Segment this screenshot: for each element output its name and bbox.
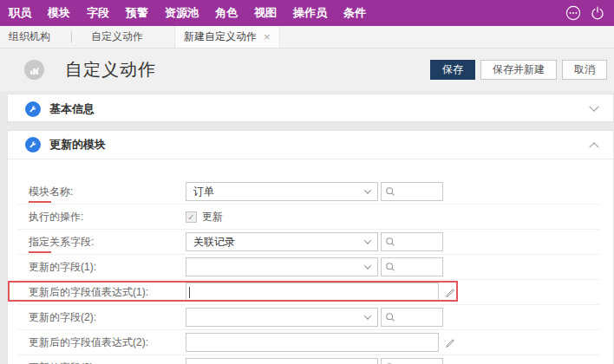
power-icon[interactable] <box>590 5 605 21</box>
lookup-select[interactable]: 关联记录 <box>186 232 378 251</box>
checkbox-label: 更新 <box>202 210 223 224</box>
field-label: 更新的字段(3): <box>29 361 186 364</box>
lookup-search-box[interactable] <box>381 308 443 327</box>
edit-pencil-icon[interactable] <box>443 336 455 348</box>
lookup-value: 关联记录 <box>193 235 235 250</box>
header-button-0[interactable]: 保存 <box>430 60 475 80</box>
lookup-select[interactable] <box>186 358 378 364</box>
top-menu-item-3[interactable]: 预警 <box>126 5 148 21</box>
chevron-down-icon <box>364 237 371 244</box>
edit-pencil-icon[interactable] <box>443 286 455 298</box>
top-menu-item-2[interactable]: 字段 <box>87 5 109 21</box>
form-row-5: 更新的字段(2): <box>18 305 599 330</box>
top-menu-item-8[interactable]: 条件 <box>343 5 366 21</box>
section-basic-info: 基本信息 <box>7 94 614 122</box>
search-icon <box>385 186 395 197</box>
tab-label: 新建自定义动作 <box>184 29 257 44</box>
app-root: 职员模块字段预警资源池角色视图操作员条件 组织机构自定义动作新建自定义动作× 自… <box>0 0 614 364</box>
header-button-1[interactable]: 保存并新建 <box>480 60 557 80</box>
top-menu-item-7[interactable]: 操作员 <box>293 5 327 21</box>
search-icon <box>385 312 395 322</box>
required-underline <box>29 201 51 203</box>
chevron-down-icon <box>589 101 598 111</box>
record-avatar-icon <box>24 60 44 80</box>
page-title: 自定义动作 <box>65 58 156 81</box>
form-row-7: 更新的字段(3): <box>18 355 599 364</box>
page-header: 自定义动作 保存保存并新建取消 <box>0 49 614 91</box>
form-row-3: 更新的字段(1): <box>18 255 599 280</box>
field-label: 指定关系字段: <box>29 235 186 250</box>
lookup-search-input[interactable] <box>398 261 438 273</box>
section-updated-module-header[interactable]: 更新的模块 <box>8 131 613 159</box>
chevron-down-icon <box>364 262 371 269</box>
lookup-select[interactable]: 订单 <box>186 182 378 201</box>
lookup-search-input[interactable] <box>398 236 438 248</box>
top-menu-item-4[interactable]: 资源池 <box>165 5 199 21</box>
lookup-value: 订单 <box>193 185 214 199</box>
field-label: 更新的字段(1): <box>29 260 186 275</box>
required-underline <box>29 251 51 253</box>
search-icon <box>385 237 395 247</box>
tab-close-icon[interactable]: × <box>264 31 271 42</box>
wrench-icon <box>25 101 41 117</box>
lookup-select[interactable] <box>186 308 378 327</box>
wrench-icon <box>25 137 41 153</box>
lookup-search-box[interactable] <box>381 358 443 364</box>
topbar-right <box>565 5 605 21</box>
expression-input[interactable] <box>186 333 439 352</box>
lookup-search-input[interactable] <box>398 311 438 323</box>
tab-label: 组织机构 <box>9 29 50 44</box>
checkbox-update[interactable]: ✓ <box>186 211 197 223</box>
section-title: 基本信息 <box>49 101 95 117</box>
lookup-select[interactable] <box>186 257 378 276</box>
tab-1[interactable]: 自定义动作 <box>82 26 164 48</box>
form-row-1: 执行的操作:✓更新 <box>18 205 599 230</box>
field-label: 模块名称: <box>29 185 186 199</box>
lookup-search-input[interactable] <box>398 185 438 198</box>
form-row-2: 指定关系字段:关联记录 <box>18 230 599 255</box>
header-buttons: 保存保存并新建取消 <box>430 60 607 80</box>
tab-bar: 组织机构自定义动作新建自定义动作× <box>0 26 614 49</box>
chevron-down-icon <box>364 312 371 319</box>
top-menu-item-0[interactable]: 职员 <box>9 5 31 21</box>
tab-0[interactable]: 组织机构 <box>0 26 71 48</box>
field-label: 更新后的字段值表达式(1): <box>29 285 186 300</box>
more-options-icon[interactable] <box>565 5 581 21</box>
lookup-search-box[interactable] <box>381 257 443 276</box>
lookup-search-box[interactable] <box>381 232 443 251</box>
tab-divider <box>71 31 72 42</box>
top-menu-item-1[interactable]: 模块 <box>48 5 70 21</box>
section-title: 更新的模块 <box>49 137 106 153</box>
text-caret <box>189 287 190 298</box>
lookup-search-box[interactable] <box>381 182 443 201</box>
top-menu-item-5[interactable]: 角色 <box>215 5 238 21</box>
form-rows: 模块名称:订单执行的操作:✓更新指定关系字段:关联记录更新的字段(1):更新后的… <box>8 159 613 364</box>
field-label: 更新后的字段值表达式(2): <box>29 335 186 350</box>
field-label: 执行的操作: <box>29 210 186 224</box>
top-navbar: 职员模块字段预警资源池角色视图操作员条件 <box>0 0 614 26</box>
search-icon <box>385 262 395 272</box>
top-menu: 职员模块字段预警资源池角色视图操作员条件 <box>9 5 382 21</box>
form-row-6: 更新后的字段值表达式(2): <box>18 330 599 355</box>
tab-label: 自定义动作 <box>91 29 143 44</box>
section-basic-info-header[interactable]: 基本信息 <box>8 94 613 123</box>
expression-input[interactable] <box>186 283 439 302</box>
chevron-up-icon <box>589 142 598 152</box>
header-button-2[interactable]: 取消 <box>562 60 607 80</box>
tab-2[interactable]: 新建自定义动作× <box>174 26 280 48</box>
section-updated-module: 更新的模块 模块名称:订单执行的操作:✓更新指定关系字段:关联记录更新的字段(1… <box>7 130 614 364</box>
form-row-0: 模块名称:订单 <box>18 179 599 205</box>
field-label: 更新的字段(2): <box>29 310 186 325</box>
chevron-down-icon <box>364 186 371 193</box>
form-row-4: 更新后的字段值表达式(1): <box>18 280 599 305</box>
top-menu-item-6[interactable]: 视图 <box>254 5 277 21</box>
